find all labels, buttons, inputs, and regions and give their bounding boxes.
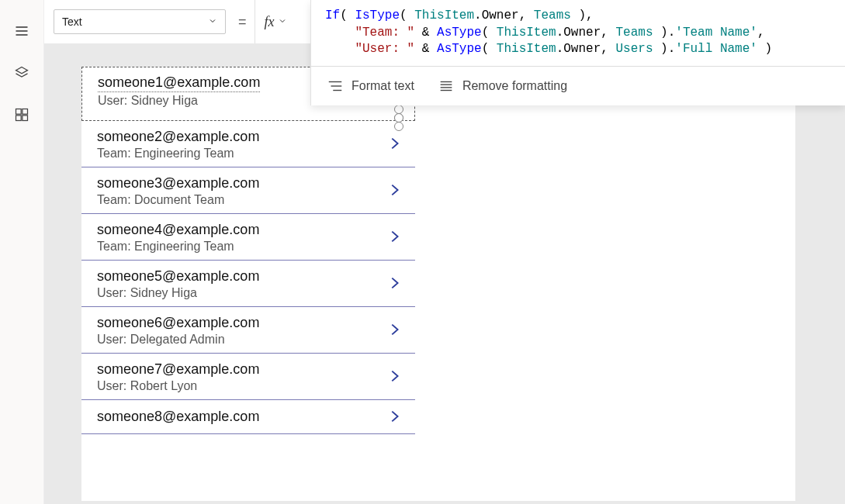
- svg-marker-3: [16, 67, 28, 74]
- gallery-item[interactable]: someone2@example.comTeam: Engineering Te…: [81, 121, 415, 167]
- property-selector-value: Text: [62, 16, 82, 28]
- format-text-label: Format text: [352, 79, 414, 93]
- formula-editor[interactable]: If( IsType( ThisItem.Owner, Teams ), "Te…: [311, 0, 845, 66]
- remove-formatting-label: Remove formatting: [462, 79, 567, 93]
- item-subtitle: Team: Engineering Team: [97, 147, 259, 161]
- item-title: someone3@example.com: [97, 175, 259, 192]
- item-subtitle: User: Delegated Admin: [97, 333, 259, 347]
- item-subtitle: User: Sidney Higa: [97, 286, 259, 300]
- gallery-item[interactable]: someone5@example.comUser: Sidney Higa: [81, 261, 415, 307]
- resize-handle[interactable]: [394, 122, 403, 131]
- left-rail: [0, 0, 44, 504]
- gallery-item[interactable]: someone6@example.comUser: Delegated Admi…: [81, 307, 415, 354]
- app-canvas[interactable]: someone1@example.comUser: Sidney Higasom…: [81, 67, 795, 501]
- resize-handle[interactable]: [394, 105, 403, 114]
- item-subtitle: Team: Document Team: [97, 193, 259, 207]
- chevron-right-icon[interactable]: [386, 228, 403, 247]
- chevron-right-icon[interactable]: [386, 274, 403, 294]
- gallery-item[interactable]: someone4@example.comTeam: Engineering Te…: [81, 214, 415, 261]
- svg-rect-7: [23, 116, 28, 121]
- layers-icon[interactable]: [14, 65, 29, 81]
- fx-label: fx: [265, 14, 275, 30]
- selection-box[interactable]: [398, 109, 400, 127]
- item-title: someone5@example.com: [97, 268, 259, 285]
- equals-label: =: [230, 0, 255, 43]
- format-text-button[interactable]: Format text: [327, 78, 414, 95]
- item-title: someone1@example.com: [98, 74, 260, 92]
- item-subtitle: User: Sidney Higa: [98, 94, 260, 108]
- gallery[interactable]: someone1@example.comUser: Sidney Higasom…: [81, 67, 415, 434]
- formula-toolbar: Format text Remove formatting: [311, 66, 845, 105]
- item-title: someone2@example.com: [97, 129, 259, 145]
- insert-icon[interactable]: [14, 107, 29, 123]
- chevron-right-icon[interactable]: [386, 181, 403, 201]
- tree-view-icon[interactable]: [14, 23, 29, 39]
- remove-formatting-button[interactable]: Remove formatting: [438, 78, 567, 95]
- chevron-down-icon: [278, 16, 287, 28]
- item-title: someone7@example.com: [97, 361, 259, 378]
- chevron-right-icon[interactable]: [386, 368, 403, 387]
- item-title: someone8@example.com: [97, 409, 259, 425]
- chevron-right-icon[interactable]: [386, 321, 403, 340]
- chevron-down-icon: [208, 16, 217, 28]
- svg-rect-5: [23, 109, 28, 115]
- canvas-area: someone1@example.comUser: Sidney Higasom…: [44, 43, 845, 504]
- gallery-item[interactable]: someone7@example.comUser: Robert Lyon: [81, 354, 415, 400]
- item-title: someone4@example.com: [97, 222, 259, 238]
- item-subtitle: User: Robert Lyon: [97, 379, 259, 393]
- item-subtitle: Team: Engineering Team: [97, 240, 259, 254]
- chevron-right-icon[interactable]: [386, 408, 403, 427]
- property-selector[interactable]: Text: [54, 9, 226, 34]
- svg-rect-6: [16, 116, 22, 121]
- gallery-item[interactable]: someone3@example.comTeam: Document Team: [81, 167, 415, 214]
- formula-editor-panel: If( IsType( ThisItem.Owner, Teams ), "Te…: [310, 0, 845, 105]
- chevron-right-icon[interactable]: [386, 135, 403, 154]
- svg-rect-4: [16, 109, 22, 115]
- item-title: someone6@example.com: [97, 315, 259, 331]
- fx-button[interactable]: fx: [255, 0, 296, 43]
- gallery-item[interactable]: someone8@example.com: [81, 400, 415, 434]
